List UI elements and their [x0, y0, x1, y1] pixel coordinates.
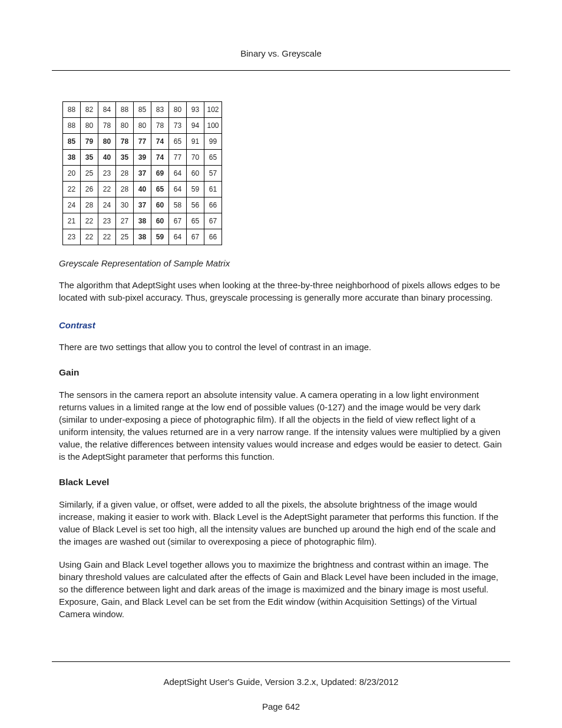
figure-caption: Greyscale Representation of Sample Matri…	[59, 258, 503, 268]
gain-text: The sensors in the camera report an abso…	[59, 388, 503, 463]
matrix-cell: 83	[151, 102, 169, 118]
heading-black-level: Black Level	[59, 477, 503, 487]
matrix-cell: 21	[63, 213, 81, 229]
matrix-cell: 74	[151, 134, 169, 150]
matrix-cell: 59	[187, 182, 204, 197]
matrix-cell: 67	[204, 213, 222, 229]
matrix-cell: 78	[151, 118, 169, 134]
matrix-cell: 22	[98, 229, 116, 245]
matrix-cell: 37	[134, 166, 151, 182]
matrix-cell: 65	[204, 150, 222, 166]
matrix-cell: 39	[134, 150, 151, 166]
matrix-row: 232222253859646766	[63, 229, 222, 245]
matrix-cell: 99	[204, 134, 222, 150]
matrix-cell: 20	[63, 166, 81, 182]
matrix-cell: 77	[134, 134, 151, 150]
matrix-cell: 66	[204, 229, 222, 245]
matrix-cell: 88	[116, 102, 134, 118]
matrix-cell: 35	[81, 150, 98, 166]
heading-gain: Gain	[59, 367, 503, 378]
matrix-cell: 22	[81, 229, 98, 245]
matrix-cell: 40	[98, 150, 116, 166]
matrix-cell: 30	[116, 197, 134, 213]
matrix-cell: 35	[116, 150, 134, 166]
matrix-cell: 78	[98, 118, 116, 134]
matrix-cell: 80	[81, 118, 98, 134]
matrix-cell: 26	[81, 182, 98, 197]
footer-rule	[52, 661, 510, 662]
matrix-cell: 79	[81, 134, 98, 150]
black-level-p1: Similarly, if a given value, or offset, …	[59, 498, 503, 548]
heading-contrast: Contrast	[59, 320, 503, 330]
page-header: Binary vs. Greyscale	[59, 0, 503, 70]
matrix-cell: 67	[169, 213, 187, 229]
intro-paragraph: The algorithm that AdeptSight uses when …	[59, 279, 503, 304]
matrix-cell: 38	[134, 213, 151, 229]
matrix-row: 222622284065645961	[63, 182, 222, 197]
matrix-cell: 22	[81, 213, 98, 229]
matrix-cell: 80	[169, 102, 187, 118]
matrix-cell: 82	[81, 102, 98, 118]
matrix-cell: 28	[116, 166, 134, 182]
matrix-cell: 78	[116, 134, 134, 150]
matrix-cell: 88	[63, 118, 81, 134]
matrix-cell: 77	[169, 150, 187, 166]
black-level-p2: Using Gain and Black Level together allo…	[59, 558, 503, 620]
contrast-text: There are two settings that allow you to…	[59, 341, 503, 353]
matrix-row: 383540353974777065	[63, 150, 222, 166]
matrix-cell: 60	[187, 166, 204, 182]
matrix-cell: 24	[98, 197, 116, 213]
matrix-cell: 80	[134, 118, 151, 134]
matrix-cell: 100	[204, 118, 222, 134]
matrix-cell: 60	[151, 197, 169, 213]
matrix-cell: 23	[98, 166, 116, 182]
matrix-cell: 66	[204, 197, 222, 213]
matrix-cell: 25	[81, 166, 98, 182]
matrix-cell: 80	[116, 118, 134, 134]
matrix-cell: 24	[63, 197, 81, 213]
matrix-cell: 38	[134, 229, 151, 245]
matrix-cell: 58	[169, 197, 187, 213]
matrix-cell: 65	[187, 213, 204, 229]
matrix-cell: 91	[187, 134, 204, 150]
footer-line-1: AdeptSight User's Guide, Version 3.2.x, …	[0, 677, 562, 687]
header-rule	[52, 70, 510, 71]
matrix-cell: 28	[116, 182, 134, 197]
matrix-cell: 64	[169, 229, 187, 245]
matrix-cell: 37	[134, 197, 151, 213]
matrix-row: 857980787774659199	[63, 134, 222, 150]
matrix-cell: 61	[204, 182, 222, 197]
matrix-cell: 57	[204, 166, 222, 182]
matrix-cell: 28	[81, 197, 98, 213]
matrix-cell: 64	[169, 182, 187, 197]
matrix-cell: 69	[151, 166, 169, 182]
matrix-cell: 23	[63, 229, 81, 245]
matrix-cell: 38	[63, 150, 81, 166]
page: Binary vs. Greyscale 8882848885838093102…	[0, 0, 562, 728]
matrix-cell: 22	[98, 182, 116, 197]
matrix-cell: 74	[151, 150, 169, 166]
matrix-cell: 23	[98, 213, 116, 229]
matrix-cell: 70	[187, 150, 204, 166]
matrix-cell: 56	[187, 197, 204, 213]
matrix-cell: 59	[151, 229, 169, 245]
matrix-cell: 93	[187, 102, 204, 118]
matrix-cell: 85	[63, 134, 81, 150]
matrix-cell: 102	[204, 102, 222, 118]
matrix-cell: 25	[116, 229, 134, 245]
sample-matrix-table: 8882848885838093102888078808078739410085…	[62, 101, 222, 245]
matrix-cell: 65	[151, 182, 169, 197]
matrix-cell: 73	[169, 118, 187, 134]
matrix-cell: 65	[169, 134, 187, 150]
matrix-row: 8882848885838093102	[63, 102, 222, 118]
matrix-cell: 88	[63, 102, 81, 118]
matrix-cell: 67	[187, 229, 204, 245]
matrix-cell: 84	[98, 102, 116, 118]
matrix-cell: 40	[134, 182, 151, 197]
footer-line-2: Page 642	[0, 701, 562, 711]
matrix-row: 242824303760585666	[63, 197, 222, 213]
matrix-cell: 94	[187, 118, 204, 134]
matrix-row: 212223273860676567	[63, 213, 222, 229]
matrix-cell: 64	[169, 166, 187, 182]
matrix-cell: 85	[134, 102, 151, 118]
